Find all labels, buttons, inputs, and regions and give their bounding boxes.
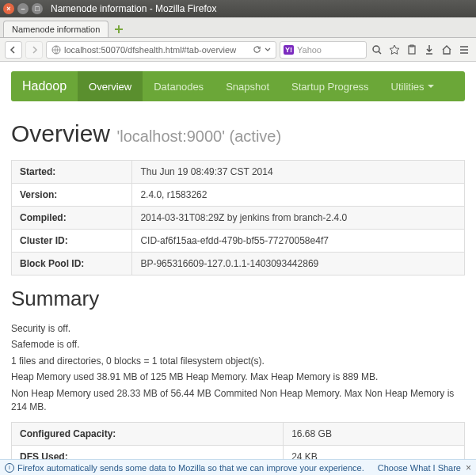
- cell-value: 2014-03-31T08:29Z by jenkins from branch…: [132, 207, 465, 230]
- plus-icon: [114, 25, 124, 34]
- back-button[interactable]: [5, 41, 22, 59]
- window-minimize-button[interactable]: –: [17, 3, 29, 14]
- hadoop-navbar: Hadoop Overview Datanodes Snapshot Start…: [11, 71, 465, 101]
- summary-line: Security is off.: [11, 322, 465, 336]
- page-content: Hadoop Overview Datanodes Snapshot Start…: [0, 62, 476, 459]
- summary-heading: Summary: [11, 287, 465, 311]
- nav-tab-startup-progress[interactable]: Startup Progress: [280, 71, 380, 101]
- summary-line: 1 files and directories, 0 blocks = 1 to…: [11, 355, 465, 368]
- reload-icon[interactable]: [253, 45, 261, 54]
- window-close-button[interactable]: ×: [3, 3, 14, 14]
- page-heading-sub: 'localhost:9000' (active): [116, 127, 281, 145]
- nav-tab-snapshot[interactable]: Snapshot: [215, 71, 280, 101]
- browser-tab-bar: Namenode information: [0, 17, 476, 38]
- cell-label: Configured Capacity:: [12, 423, 284, 446]
- table-row: Configured Capacity:16.68 GB: [12, 423, 465, 446]
- choose-share-link[interactable]: Choose What I Share: [378, 463, 461, 473]
- cell-value: BP-965316609-127.0.1.1-1403093442869: [132, 253, 465, 276]
- browser-tab[interactable]: Namenode information: [3, 21, 109, 37]
- table-row: Compiled:2014-03-31T08:29Z by jenkins fr…: [12, 207, 465, 230]
- info-message: Firefox automatically sends some data to…: [17, 463, 364, 473]
- nav-tab-utilities[interactable]: Utilities: [380, 71, 445, 101]
- summary-line: Heap Memory used 38.91 MB of 125 MB Heap…: [11, 370, 465, 384]
- cell-label: DFS Used:: [12, 446, 284, 459]
- cell-label: Cluster ID:: [12, 230, 132, 253]
- globe-icon: [51, 45, 61, 55]
- info-close-button[interactable]: ×: [466, 462, 471, 473]
- arrow-right-icon: [30, 46, 38, 54]
- url-input[interactable]: localhost:50070/dfshealth.html#tab-overv…: [46, 41, 276, 59]
- dropdown-icon[interactable]: [265, 47, 271, 53]
- cell-value: 16.68 GB: [284, 423, 465, 446]
- table-row: Block Pool ID:BP-965316609-127.0.1.1-140…: [12, 253, 465, 276]
- summary-line: Safemode is off.: [11, 338, 465, 352]
- url-text: localhost:50070/dfshealth.html#tab-overv…: [64, 45, 236, 55]
- summary-text: Security is off. Safemode is off. 1 file…: [11, 322, 465, 414]
- cell-value: Thu Jun 19 08:49:37 CST 2014: [132, 161, 465, 184]
- nav-tab-utilities-label: Utilities: [391, 81, 425, 93]
- home-icon[interactable]: [440, 43, 454, 57]
- cell-label: Compiled:: [12, 207, 132, 230]
- table-row: Started:Thu Jun 19 08:49:37 CST 2014: [12, 161, 465, 184]
- table-row: Cluster ID:CID-af6f15aa-efdd-479b-bf55-7…: [12, 230, 465, 253]
- search-placeholder: Yahoo: [297, 45, 363, 55]
- cell-value: 2.4.0, r1583262: [132, 184, 465, 207]
- cell-value: CID-af6f15aa-efdd-479b-bf55-77270058e4f7: [132, 230, 465, 253]
- hamburger-menu-icon[interactable]: [457, 43, 471, 57]
- arrow-left-icon: [10, 46, 17, 54]
- url-toolbar: localhost:50070/dfshealth.html#tab-overv…: [0, 38, 476, 62]
- window-titlebar: × – □ Namenode information - Mozilla Fir…: [0, 0, 476, 17]
- clipboard-icon[interactable]: [405, 43, 419, 57]
- navbar-brand[interactable]: Hadoop: [11, 79, 78, 93]
- forward-button[interactable]: [25, 41, 43, 59]
- table-row: DFS Used:24 KB: [12, 446, 465, 459]
- summary-table: Configured Capacity:16.68 GB DFS Used:24…: [11, 422, 465, 459]
- new-tab-button[interactable]: [110, 21, 128, 37]
- cell-label: Version:: [12, 184, 132, 207]
- overview-table: Started:Thu Jun 19 08:49:37 CST 2014 Ver…: [11, 160, 465, 276]
- cell-label: Started:: [12, 161, 132, 184]
- svg-point-1: [373, 46, 379, 52]
- nav-tab-overview[interactable]: Overview: [78, 71, 143, 101]
- nav-tab-datanodes[interactable]: Datanodes: [143, 71, 215, 101]
- cell-value: 24 KB: [284, 446, 465, 459]
- page-heading-text: Overview: [11, 120, 110, 146]
- search-input[interactable]: Y! Yahoo: [280, 41, 367, 59]
- page-heading: Overview 'localhost:9000' (active): [11, 120, 465, 147]
- yahoo-icon: Y!: [284, 45, 294, 55]
- info-icon: i: [5, 463, 14, 473]
- search-icon[interactable]: [370, 43, 384, 57]
- window-maximize-button[interactable]: □: [32, 3, 43, 14]
- cell-label: Block Pool ID:: [12, 253, 132, 276]
- chevron-down-icon: [428, 85, 434, 88]
- firefox-info-bar: i Firefox automatically sends some data …: [0, 459, 476, 475]
- download-icon[interactable]: [422, 43, 436, 57]
- summary-line: Non Heap Memory used 28.33 MB of 56.44 M…: [11, 387, 465, 415]
- table-row: Version:2.4.0, r1583262: [12, 184, 465, 207]
- star-icon[interactable]: [387, 43, 402, 57]
- window-title: Namenode information - Mozilla Firefox: [51, 3, 216, 14]
- tab-title: Namenode information: [12, 25, 100, 34]
